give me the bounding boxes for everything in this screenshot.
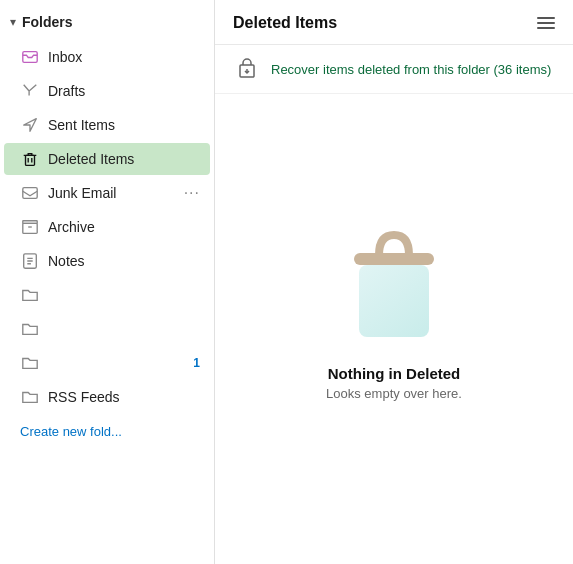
folder1-icon bbox=[20, 285, 40, 305]
main-panel: Deleted Items Recover items deleted from… bbox=[215, 0, 573, 564]
sidebar-item-rss[interactable]: RSS Feeds bbox=[4, 381, 210, 413]
main-body: Nothing in Deleted Looks empty over here… bbox=[215, 94, 573, 564]
sidebar-item-drafts[interactable]: Drafts bbox=[4, 75, 210, 107]
sidebar-item-junk-label: Junk Email bbox=[48, 185, 180, 201]
svg-rect-11 bbox=[359, 265, 429, 337]
folders-header[interactable]: ▾ Folders bbox=[0, 8, 214, 40]
more-options-icon[interactable]: ··· bbox=[184, 184, 200, 202]
folder3-icon bbox=[20, 353, 40, 373]
sidebar: ▾ Folders Inbox Drafts Sent Items bbox=[0, 0, 215, 564]
recover-icon bbox=[233, 55, 261, 83]
sidebar-item-folder3[interactable]: 1 bbox=[4, 347, 210, 379]
notes-icon bbox=[20, 251, 40, 271]
sidebar-item-archive-label: Archive bbox=[48, 219, 200, 235]
recover-text[interactable]: Recover items deleted from this folder (… bbox=[271, 62, 551, 77]
sidebar-item-inbox-label: Inbox bbox=[48, 49, 200, 65]
sidebar-item-folder1[interactable] bbox=[4, 279, 210, 311]
page-title: Deleted Items bbox=[233, 14, 337, 32]
sidebar-item-sent[interactable]: Sent Items bbox=[4, 109, 210, 141]
junk-icon bbox=[20, 183, 40, 203]
create-new-folder-link[interactable]: Create new fold... bbox=[4, 416, 210, 447]
svg-rect-10 bbox=[354, 253, 434, 265]
sidebar-item-archive[interactable]: Archive bbox=[4, 211, 210, 243]
rss-icon bbox=[20, 387, 40, 407]
sidebar-item-drafts-label: Drafts bbox=[48, 83, 200, 99]
sidebar-item-deleted[interactable]: Deleted Items bbox=[4, 143, 210, 175]
svg-rect-1 bbox=[26, 155, 35, 165]
sidebar-item-notes[interactable]: Notes bbox=[4, 245, 210, 277]
drafts-icon bbox=[20, 81, 40, 101]
sidebar-item-inbox[interactable]: Inbox bbox=[4, 41, 210, 73]
sent-icon bbox=[20, 115, 40, 135]
sidebar-item-deleted-label: Deleted Items bbox=[48, 151, 200, 167]
folder3-badge: 1 bbox=[193, 356, 200, 370]
sidebar-item-notes-label: Notes bbox=[48, 253, 200, 269]
sidebar-item-folder2[interactable] bbox=[4, 313, 210, 345]
recover-bar: Recover items deleted from this folder (… bbox=[215, 45, 573, 94]
folders-title: Folders bbox=[22, 14, 73, 30]
empty-subtitle: Looks empty over here. bbox=[326, 386, 462, 401]
chevron-down-icon: ▾ bbox=[10, 15, 16, 29]
hamburger-menu-icon[interactable] bbox=[537, 17, 555, 29]
sidebar-item-rss-label: RSS Feeds bbox=[48, 389, 200, 405]
trash-illustration bbox=[334, 217, 454, 347]
main-header: Deleted Items bbox=[215, 0, 573, 45]
folder2-icon bbox=[20, 319, 40, 339]
sidebar-item-sent-label: Sent Items bbox=[48, 117, 200, 133]
svg-rect-5 bbox=[23, 223, 37, 233]
archive-icon bbox=[20, 217, 40, 237]
inbox-icon bbox=[20, 47, 40, 67]
trash-icon bbox=[20, 149, 40, 169]
sidebar-item-junk[interactable]: Junk Email ··· bbox=[4, 177, 210, 209]
svg-rect-6 bbox=[23, 221, 37, 224]
empty-title: Nothing in Deleted bbox=[328, 365, 461, 382]
